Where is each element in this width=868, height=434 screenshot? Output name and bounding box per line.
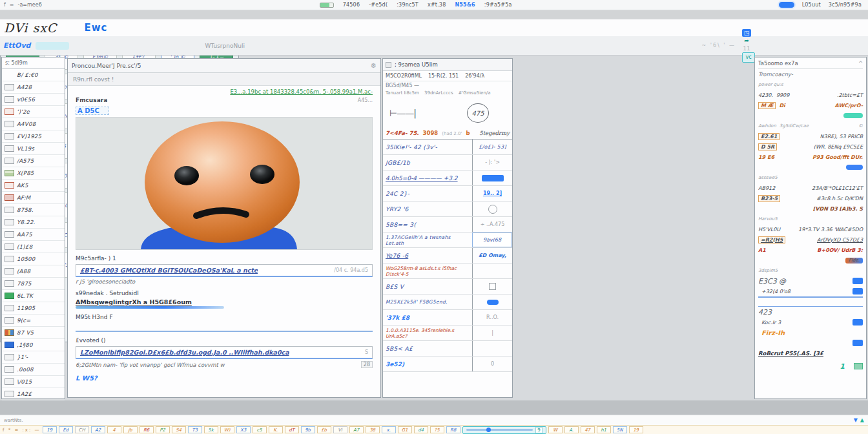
property-value[interactable] <box>472 294 512 309</box>
sidebar-item[interactable]: 1A2£ <box>2 388 65 400</box>
text-input-4[interactable]: LZoMonibifip82Gol.D£x6£b.dfd3u.ogd.Ja.0 … <box>76 346 373 359</box>
taskbar-app-icon[interactable]: 9b <box>301 426 315 433</box>
taskbar-app-icon[interactable]: x. <box>382 426 396 433</box>
taskbar-app-icon[interactable]: h1 <box>597 426 611 433</box>
details-row[interactable]: E3C3 @ <box>758 276 863 286</box>
property-value[interactable]: - ): '> <box>472 155 512 170</box>
property-value[interactable]: 0 <box>472 356 512 371</box>
details-value[interactable]: B+0OV/ UdrB 3: <box>817 247 863 253</box>
details-value[interactable]: ArDVyXD C57D£3 <box>817 237 863 243</box>
account-pill-icon[interactable] <box>779 2 794 8</box>
details-row[interactable]: =R2(H5 ArDVyXD C57D£3 <box>758 234 863 245</box>
sidebar-item[interactable]: v0€56 <box>2 94 65 106</box>
taskbar-app-icon[interactable]: K. <box>269 426 283 433</box>
taskbar-app-icon[interactable]: 5k <box>204 426 218 433</box>
details-value[interactable]: 19*3.TV 3.36 'WAC#5DO <box>798 227 863 232</box>
taskbar-slider[interactable]: 9 <box>462 426 546 434</box>
details-value[interactable]: P93 Good/fft DUr. <box>812 154 863 160</box>
details-row[interactable]: 4230. 9909 .2tbtc=£T <box>758 90 863 100</box>
taskbar-app-icon[interactable]: A. <box>564 426 579 433</box>
menu-item[interactable]: x#t.38 <box>428 2 446 8</box>
property-row[interactable]: 1.37ACGelih'A a twsnahs Let.ath 9av(68 <box>383 232 512 248</box>
property-value[interactable] <box>472 279 512 294</box>
taskbar-app-icon[interactable]: P2 <box>156 426 170 433</box>
taskbar-app-icon[interactable]: A7 <box>349 426 364 433</box>
details-row[interactable]: Tromcoacny- <box>758 69 863 79</box>
taskbar-app-icon[interactable]: £b <box>317 426 331 433</box>
sidebar-item[interactable]: 7875 <box>2 278 65 290</box>
sidebar-item[interactable]: (1)£8 <box>2 241 65 253</box>
taskbar-app-icon[interactable]: CH <box>75 426 89 433</box>
menu-item-active[interactable]: N55&6 <box>455 2 475 8</box>
details-row[interactable]: A1 B+0OV/ UdrB 3: <box>758 245 863 255</box>
sidebar-item[interactable]: 11905 <box>2 302 65 315</box>
details-row[interactable]: 3dspim5 <box>758 265 863 276</box>
taskbar-app-icon[interactable]: 4 <box>107 426 121 433</box>
list-icon[interactable]: ≡ <box>10 2 14 8</box>
taskbar-app-icon[interactable]: dT <box>285 426 299 433</box>
menu-item[interactable]: 74506 <box>343 2 360 8</box>
details-row[interactable] <box>758 296 863 307</box>
footer-link[interactable]: L W5? <box>76 375 373 382</box>
details-value[interactable] <box>843 113 863 118</box>
sidebar-item[interactable]: ')'2e <box>2 106 65 118</box>
sidebar-item[interactable]: 8758. <box>2 204 65 216</box>
slider-handle-icon[interactable]: ⊢——| <box>389 108 416 118</box>
details-row[interactable]: Koc.Ir 3 <box>758 317 863 327</box>
taskbar-app-icon[interactable]: W <box>548 426 563 433</box>
sidebar-item[interactable]: Y8.22. <box>2 216 65 229</box>
field-value-2[interactable]: AMbsqweglintgrXh a H5G8£6oum <box>76 298 373 305</box>
details-value[interactable] <box>854 363 863 369</box>
property-row[interactable]: Ye76 -6 £D Omay, <box>383 248 512 264</box>
property-row[interactable]: 1.0.0.A3115e. 345renlehie.s UrA.a5c? | <box>383 326 512 341</box>
sidebar-item[interactable]: }1'- <box>2 351 65 364</box>
property-row[interactable]: WoG258rm-8 asLds.t.s i5fhac D!sck'4-5 <box>383 264 512 279</box>
property-value[interactable] <box>472 341 512 356</box>
toolbar-brand[interactable]: EttOvd <box>0 41 30 50</box>
taskbar-app-icon[interactable]: d4 <box>414 426 428 433</box>
taskbar-app-icon[interactable]: R8 <box>446 426 460 433</box>
details-row[interactable]: 423 <box>758 307 863 317</box>
taskbar-app-icon[interactable]: c5 <box>253 426 267 433</box>
details-value[interactable]: (WR. 8ENq £9C5£E <box>814 144 863 150</box>
property-row[interactable]: M25X£2k5il' F58G5end. <box>383 294 512 310</box>
sidebar-item[interactable]: 87 V5 <box>2 327 65 339</box>
property-row[interactable]: B£S V <box>383 279 512 294</box>
property-row[interactable]: JGB£/1b - ): '> <box>383 155 512 170</box>
sidebar-item[interactable]: \/015 <box>2 376 65 388</box>
property-value[interactable]: R..O. <box>472 310 512 325</box>
property-row[interactable]: YRY2 '6 <box>383 202 512 217</box>
details-value[interactable]: .2tbtc=£T <box>837 92 863 98</box>
details-row[interactable]: [VDN D3 [A]b3. S <box>758 203 863 214</box>
details-row[interactable]: Firz-Ih <box>758 327 863 338</box>
sidebar-item[interactable]: A428 <box>2 81 65 94</box>
menu-item[interactable]: :39nc5T <box>397 2 418 8</box>
details-row[interactable]: AB912 23A/B'*OL£1C12'£T <box>758 183 863 193</box>
taskbar-app-icon[interactable]: W) <box>220 426 234 433</box>
sidebar-item[interactable]: .0o08 <box>2 364 65 376</box>
details-value[interactable]: 23A/B'*OL£1C12'£T <box>812 185 863 191</box>
sidebar-item[interactable]: £V)1925 <box>2 130 65 143</box>
sidebar-item[interactable]: A4V08 <box>2 118 65 130</box>
taskbar-app-icon[interactable]: R6 <box>140 426 154 433</box>
text-input-3[interactable] <box>76 322 373 332</box>
details-value[interactable] <box>852 340 863 346</box>
taskbar-app-icon[interactable]: ?5 <box>430 426 444 433</box>
sidebar-item[interactable]: /A575 <box>2 155 65 167</box>
toolbar-icon[interactable]: vc <box>742 52 755 63</box>
property-value[interactable]: £D Omay, <box>472 248 512 263</box>
details-value[interactable] <box>852 319 863 326</box>
details-value[interactable]: #3c8.h.5c D/K'DN <box>816 196 863 202</box>
details-row[interactable] <box>758 338 863 348</box>
details-value[interactable]: FIde. <box>845 258 863 264</box>
gear-icon[interactable]: ⚙ <box>371 62 377 69</box>
sidebar-item[interactable]: VL19s <box>2 143 65 155</box>
taskbar-app-icon[interactable]: S4 <box>172 426 186 433</box>
menu-item[interactable]: :9#a5#5a <box>484 2 512 8</box>
details-row[interactable] <box>758 162 863 172</box>
editor-subtab[interactable]: R9n.rfl covst ! <box>68 73 380 86</box>
text-input-1[interactable]: £BT-c.4003 GMCQtiXd BGITSOUCaDeOSa'KaL a… <box>76 264 373 277</box>
property-value[interactable]: ≁ ..A.475 <box>472 217 512 232</box>
property-value[interactable] <box>472 264 512 278</box>
details-value[interactable]: © <box>858 123 863 129</box>
